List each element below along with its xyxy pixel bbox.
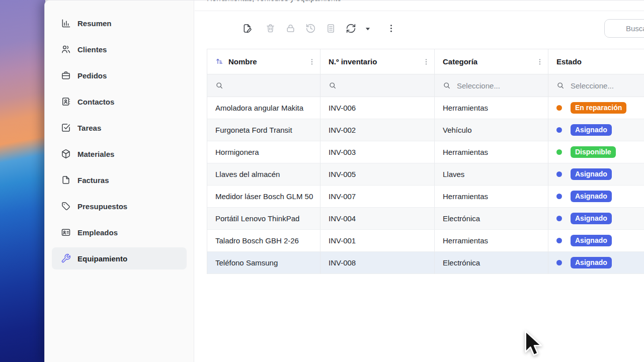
sidebar-item-pedidos[interactable]: Pedidos — [52, 64, 187, 86]
status-badge: Asignado — [571, 168, 612, 179]
cell-categoria: Electrónica — [435, 208, 548, 230]
file-pen-icon — [242, 23, 253, 34]
table-row[interactable]: Medidor láser Bosch GLM 50INV-007Herrami… — [207, 186, 644, 208]
status-dot — [556, 260, 562, 265]
status-dot — [556, 216, 562, 221]
lock-icon — [285, 23, 296, 34]
log-button[interactable] — [320, 17, 341, 40]
sidebar-item-resumen[interactable]: Resumen — [52, 12, 187, 34]
filter-inventario[interactable] — [320, 74, 435, 97]
cell-inventario: INV-003 — [320, 141, 435, 163]
filter-categoria[interactable]: Seleccione... — [435, 74, 548, 97]
sidebar-item-label: Pedidos — [77, 71, 107, 80]
lock-button[interactable] — [280, 17, 300, 40]
history-icon — [305, 23, 316, 34]
briefcase-icon — [61, 70, 71, 80]
page-subtitle: Herramientas, vehículos y equipamiento — [207, 0, 342, 3]
sidebar-item-tareas[interactable]: Tareas — [52, 117, 187, 139]
status-dot — [556, 105, 562, 111]
caret-down-icon — [363, 24, 372, 33]
refresh-button[interactable] — [341, 17, 361, 40]
check-square-icon — [61, 123, 71, 133]
sidebar-item-label: Resumen — [77, 19, 112, 28]
tag-icon — [61, 201, 71, 211]
cell-estado: En reparación — [548, 97, 644, 119]
cell-estado: Asignado — [548, 208, 644, 230]
kebab-menu-button[interactable] — [381, 17, 401, 40]
cell-nombre: Teléfono Samsung — [207, 252, 320, 274]
search-input[interactable] — [625, 24, 644, 33]
cell-nombre: Amoladora angular Makita — [207, 97, 320, 119]
table-row[interactable]: Portátil Lenovo ThinkPadINV-004Electróni… — [207, 208, 644, 230]
search-icon — [215, 81, 223, 89]
column-header-nombre[interactable]: Nombre — [207, 49, 320, 74]
column-header-categoria[interactable]: Categoría — [435, 49, 548, 74]
table-row[interactable]: Taladro Bosch GBH 2-26INV-001Herramienta… — [207, 230, 644, 252]
cell-inventario: INV-001 — [320, 230, 435, 252]
cell-nombre: Medidor láser Bosch GLM 50 — [207, 186, 320, 208]
sort-asc-icon — [215, 57, 224, 66]
status-badge: Asignado — [571, 124, 612, 135]
sidebar-item-contactos[interactable]: Contactos — [52, 90, 187, 113]
cell-inventario: INV-007 — [320, 186, 435, 208]
search-icon — [611, 24, 620, 33]
column-header-inventario[interactable]: N.º inventario — [320, 49, 435, 74]
column-label: Nombre — [228, 57, 257, 66]
sidebar-item-empleados[interactable]: Empleados — [52, 221, 187, 243]
filter-placeholder: Seleccione... — [571, 81, 614, 90]
cell-inventario: INV-005 — [320, 163, 435, 186]
table-row[interactable]: Furgoneta Ford TransitINV-002VehículoAsi… — [207, 119, 644, 141]
cell-estado: Asignado — [548, 163, 644, 186]
cell-categoria: Herramientas — [435, 186, 548, 208]
sidebar-item-clientes[interactable]: Clientes — [52, 38, 187, 60]
wrench-icon — [61, 253, 71, 263]
sidebar-item-label: Contactos — [77, 98, 114, 106]
sidebar-item-materiales[interactable]: Materiales — [52, 143, 187, 165]
header-divider — [195, 11, 644, 11]
file-icon — [61, 175, 71, 185]
column-menu-icon[interactable] — [308, 58, 316, 66]
status-badge: Disponible — [571, 146, 616, 157]
sidebar-item-label: Empleados — [77, 228, 118, 237]
cell-inventario: INV-008 — [320, 252, 435, 274]
search-icon — [329, 81, 337, 89]
column-menu-icon[interactable] — [536, 58, 544, 66]
cell-estado: Asignado — [548, 119, 644, 141]
cell-categoria: Llaves — [435, 163, 548, 186]
table-row[interactable]: Teléfono SamsungINV-008ElectrónicaAsigna… — [207, 252, 644, 274]
toolbar — [206, 17, 401, 40]
column-header-estado[interactable]: Estado — [548, 49, 644, 74]
cell-nombre: Llaves del almacén — [207, 163, 320, 186]
table-row[interactable]: Llaves del almacénINV-005LlavesAsignado — [207, 163, 644, 186]
search-box — [604, 19, 644, 38]
add-button[interactable] — [206, 17, 229, 40]
history-button[interactable] — [300, 17, 320, 40]
more-dropdown-button[interactable] — [361, 17, 375, 40]
cell-categoria: Vehículo — [435, 119, 548, 141]
delete-button[interactable] — [260, 17, 280, 40]
edit-button[interactable] — [235, 17, 259, 40]
cell-inventario: INV-006 — [320, 97, 435, 119]
status-badge: Asignado — [571, 213, 612, 224]
sidebar-item-facturas[interactable]: Facturas — [52, 169, 187, 191]
sidebar-item-presupuestos[interactable]: Presupuestos — [52, 195, 187, 217]
cell-categoria: Herramientas — [435, 97, 548, 119]
cell-inventario: INV-002 — [320, 119, 435, 141]
sidebar-nav: ResumenClientesPedidosContactosTareasMat… — [45, 1, 194, 362]
column-menu-icon[interactable] — [422, 58, 430, 66]
table-row[interactable]: Amoladora angular MakitaINV-006Herramien… — [207, 97, 644, 119]
cell-nombre: Taladro Bosch GBH 2-26 — [207, 230, 320, 252]
cell-nombre: Portátil Lenovo ThinkPad — [207, 208, 320, 230]
desktop-wallpaper — [0, 0, 45, 362]
filter-nombre[interactable] — [207, 74, 320, 97]
sidebar-item-label: Clientes — [77, 45, 107, 54]
chart-bar-icon — [61, 18, 71, 28]
refresh-icon — [346, 23, 356, 34]
table-header-row: NombreN.º inventarioCategoríaEstado — [207, 49, 644, 74]
sidebar-item-label: Presupuestos — [77, 202, 127, 211]
status-badge: Asignado — [571, 191, 612, 202]
sidebar-item-equipamiento[interactable]: Equipamiento — [52, 247, 187, 269]
filter-estado[interactable]: Seleccione... — [548, 74, 644, 97]
table-row[interactable]: HormigoneraINV-003HerramientasDisponible — [207, 141, 644, 163]
column-label: Estado — [556, 57, 582, 66]
